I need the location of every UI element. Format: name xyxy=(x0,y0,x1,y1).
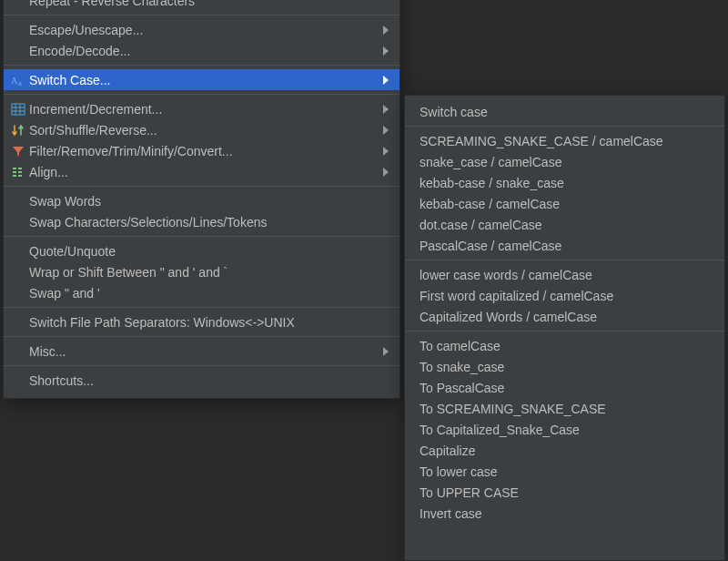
menu-separator xyxy=(4,15,399,15)
submenu-item-to-pascalcase[interactable]: To PascalCase xyxy=(405,377,724,398)
menu-item-label: Quote/Unquote xyxy=(29,244,389,259)
menu-item-filter-remove-trim-minify-convert[interactable]: Filter/Remove/Trim/Minify/Convert... xyxy=(4,140,399,161)
submenu-item-label: Capitalized Words / camelCase xyxy=(420,310,713,324)
menu-item-label: Shortcuts... xyxy=(29,373,389,388)
submenu-item-snake-case-camelcase[interactable]: snake_case / camelCase xyxy=(405,151,724,172)
submenu-item-label: dot.case / camelCase xyxy=(420,218,713,232)
submenu-item-label: To lower case xyxy=(420,464,713,479)
menu-item-misc[interactable]: Misc... xyxy=(4,341,399,362)
menu-item-increment-decrement[interactable]: Increment/Decrement... xyxy=(4,98,399,119)
menu-separator xyxy=(4,336,399,337)
grid-icon xyxy=(11,102,29,117)
submenu-item-label: To snake_case xyxy=(420,360,713,374)
menu-item-quote-unquote[interactable]: Quote/Unquote xyxy=(4,240,399,261)
icon-empty xyxy=(11,373,29,388)
menu-item-switch-file-path-separators-windows-unix[interactable]: Switch File Path Separators: Windows<->U… xyxy=(4,311,399,332)
submenu-item-label: kebab-case / snake_case xyxy=(420,176,713,190)
menu-separator xyxy=(4,236,399,237)
submenu-item-first-word-capitalized-camelcase[interactable]: First word capitalized / camelCase xyxy=(405,285,724,306)
menu-item-escape-unescape[interactable]: Escape/Unescape... xyxy=(4,19,399,40)
submenu-item-dot-case-camelcase[interactable]: dot.case / camelCase xyxy=(405,214,724,235)
submenu-item-kebab-case-camelcase[interactable]: kebab-case / camelCase xyxy=(405,193,724,214)
chevron-right-icon xyxy=(383,126,389,135)
menu-item-label: Increment/Decrement... xyxy=(29,102,383,117)
submenu-item-label: To SCREAMING_SNAKE_CASE xyxy=(420,402,713,416)
icon-empty xyxy=(11,315,29,330)
filter-icon xyxy=(11,144,29,158)
menu-separator xyxy=(405,331,724,332)
menu-item-align[interactable]: Align... xyxy=(4,161,399,182)
icon-empty xyxy=(11,0,29,8)
submenu-item-label: To Capitalized_Snake_Case xyxy=(420,423,713,437)
menu-item-label: Wrap or Shift Between " and ' and ` xyxy=(29,265,389,280)
menu-separator xyxy=(4,94,399,95)
submenu-item-label: lower case words / camelCase xyxy=(420,268,713,282)
submenu-item-kebab-case-snake-case[interactable]: kebab-case / snake_case xyxy=(405,172,724,193)
submenu-item-label: Invert case xyxy=(420,506,713,521)
submenu-item-switch-case[interactable]: Switch case xyxy=(405,101,724,122)
menu-item-label: Sort/Shuffle/Reverse... xyxy=(29,123,383,138)
submenu-item-label: To UPPER CASE xyxy=(420,485,713,500)
menu-separator xyxy=(405,260,724,260)
submenu-item-screaming-snake-case-camelcase[interactable]: SCREAMING_SNAKE_CASE / camelCase xyxy=(405,130,724,151)
submenu-item-label: PascalCase / camelCase xyxy=(420,239,713,253)
submenu-item-label: Capitalize xyxy=(420,444,713,458)
icon-empty xyxy=(11,244,29,259)
submenu-item-capitalized-words-camelcase[interactable]: Capitalized Words / camelCase xyxy=(405,306,724,327)
chevron-right-icon xyxy=(383,76,389,85)
menu-item-sort-shuffle-reverse[interactable]: Sort/Shuffle/Reverse... xyxy=(4,119,399,140)
submenu-item-label: SCREAMING_SNAKE_CASE / camelCase xyxy=(420,134,713,148)
submenu-item-label: First word capitalized / camelCase xyxy=(420,289,713,303)
icon-empty xyxy=(11,194,29,209)
submenu-item-lower-case-words-camelcase[interactable]: lower case words / camelCase xyxy=(405,264,724,285)
submenu-item-label: Switch case xyxy=(420,105,713,119)
menu-item-swap-and[interactable]: Swap " and ' xyxy=(4,282,399,303)
menu-item-switch-case[interactable]: Switch Case... xyxy=(4,69,399,90)
submenu-item-invert-case[interactable]: Invert case xyxy=(405,503,724,524)
submenu-item-pascalcase-camelcase[interactable]: PascalCase / camelCase xyxy=(405,235,724,256)
submenu-item-to-capitalized-snake-case[interactable]: To Capitalized_Snake_Case xyxy=(405,419,724,440)
menu-item-encode-decode[interactable]: Encode/Decode... xyxy=(4,40,399,61)
menu-item-shortcuts[interactable]: Shortcuts... xyxy=(4,370,399,391)
icon-empty xyxy=(11,44,29,58)
menu-item-label: Switch File Path Separators: Windows<->U… xyxy=(29,315,389,330)
submenu-item-to-lower-case[interactable]: To lower case xyxy=(405,461,724,482)
menu-separator xyxy=(405,126,724,127)
submenu-item-to-camelcase[interactable]: To camelCase xyxy=(405,335,724,356)
menu-item-label: Filter/Remove/Trim/Minify/Convert... xyxy=(29,144,383,158)
menu-item-swap-characters-selections-lines-tokens[interactable]: Swap Characters/Selections/Lines/Tokens xyxy=(4,211,399,232)
menu-separator xyxy=(4,307,399,308)
submenu-item-label: To PascalCase xyxy=(420,381,713,395)
submenu-item-to-snake-case[interactable]: To snake_case xyxy=(405,356,724,377)
submenu-item-capitalize[interactable]: Capitalize xyxy=(405,440,724,461)
menu-item-swap-words[interactable]: Swap Words xyxy=(4,190,399,211)
submenu-item-label: snake_case / camelCase xyxy=(420,155,713,169)
submenu-item-to-screaming-snake-case[interactable]: To SCREAMING_SNAKE_CASE xyxy=(405,398,724,419)
menu-item-repeat-reverse-characters[interactable]: Repeat - Reverse Characters xyxy=(4,0,399,11)
chevron-right-icon xyxy=(383,147,389,156)
switch-case-submenu: Switch caseSCREAMING_SNAKE_CASE / camelC… xyxy=(404,95,725,561)
menu-item-label: Misc... xyxy=(29,344,383,359)
chevron-right-icon xyxy=(383,26,389,35)
menu-item-label: Escape/Unescape... xyxy=(29,23,383,37)
submenu-item-label: kebab-case / camelCase xyxy=(420,197,713,211)
chevron-right-icon xyxy=(383,168,389,177)
menu-item-label: Swap " and ' xyxy=(29,286,389,301)
submenu-item-label: To camelCase xyxy=(420,339,713,353)
chevron-right-icon xyxy=(383,46,389,56)
icon-empty xyxy=(11,23,29,37)
menu-item-label: Switch Case... xyxy=(29,73,383,87)
icon-empty xyxy=(11,215,29,230)
menu-separator xyxy=(4,65,399,66)
chevron-right-icon xyxy=(383,105,389,114)
submenu-item-to-upper-case[interactable]: To UPPER CASE xyxy=(405,482,724,503)
menu-item-label: Encode/Decode... xyxy=(29,44,383,58)
menu-item-label: Repeat - Reverse Characters xyxy=(29,0,389,8)
menu-item-label: Swap Words xyxy=(29,194,389,209)
align-icon xyxy=(11,165,29,179)
icon-empty xyxy=(11,265,29,280)
menu-item-wrap-or-shift-between-and-and[interactable]: Wrap or Shift Between " and ' and ` xyxy=(4,261,399,282)
menu-separator xyxy=(4,365,399,366)
menu-item-label: Align... xyxy=(29,165,383,179)
switch-case-icon xyxy=(11,73,29,87)
